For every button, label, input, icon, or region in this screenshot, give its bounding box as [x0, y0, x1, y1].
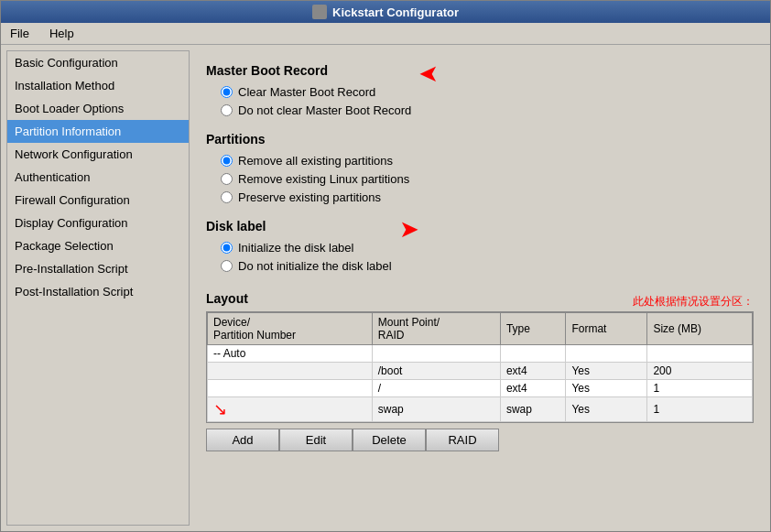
content-area: Basic Configuration Installation Method …: [1, 45, 770, 531]
partitions-title: Partitions: [206, 132, 409, 147]
cell-type-2: ext4: [500, 380, 566, 397]
label-remove-all: Remove all existing partitions: [238, 154, 393, 168]
cell-mount-2: /: [372, 380, 500, 397]
cell-size-0: [647, 345, 753, 363]
label-remove-linux: Remove existing Linux partitions: [238, 172, 409, 186]
radio-clear-mbr[interactable]: [221, 86, 233, 98]
table-row: ↘ swap swap Yes 1: [208, 397, 753, 422]
cell-mount-1: /boot: [372, 363, 500, 380]
sidebar-item-authentication[interactable]: Authentication: [7, 166, 189, 189]
table-row: / ext4 Yes 1: [208, 380, 753, 397]
sidebar-item-boot-loader-options[interactable]: Boot Loader Options: [7, 97, 189, 120]
label-init-disk: Initialize the disk label: [238, 241, 353, 255]
label-preserve: Preserve existing partitions: [238, 190, 381, 204]
sidebar-item-firewall-configuration[interactable]: Firewall Configuration: [7, 189, 189, 212]
cell-device-1: [208, 363, 373, 380]
edit-button[interactable]: Edit: [279, 429, 353, 451]
layout-section: Layout 此处根据情况设置分区： Device/Partition Numb…: [206, 291, 754, 451]
layout-title: Layout: [206, 291, 248, 306]
table-row: /boot ext4 Yes 200: [208, 363, 753, 380]
app-icon: [312, 5, 327, 19]
sidebar-item-post-installation-script[interactable]: Post-Installation Script: [7, 280, 189, 303]
cell-size-2: 1: [647, 380, 753, 397]
col-device: Device/Partition Number: [208, 313, 373, 345]
label-no-init-disk: Do not initialize the disk label: [238, 259, 392, 273]
cell-type-3: swap: [500, 397, 566, 422]
cell-type-1: ext4: [500, 363, 566, 380]
radio-init-disk[interactable]: [221, 242, 233, 254]
cell-device-3: ↘: [208, 397, 373, 422]
raid-button[interactable]: RAID: [426, 429, 499, 451]
sidebar-item-display-configuration[interactable]: Display Configuration: [7, 212, 189, 234]
main-window: Kickstart Configurator File Help Basic C…: [0, 0, 771, 532]
sidebar-item-partition-information[interactable]: Partition Information: [7, 120, 189, 143]
disk-label-group: Initialize the disk label Do not initial…: [221, 241, 392, 273]
sidebar-item-pre-installation-script[interactable]: Pre-Installation Script: [7, 257, 189, 280]
radio-row-init-disk: Initialize the disk label: [221, 241, 392, 255]
layout-table-wrapper: Device/Partition Number Mount Point/RAID…: [206, 311, 754, 423]
layout-table: Device/Partition Number Mount Point/RAID…: [207, 312, 753, 422]
menu-file[interactable]: File: [5, 25, 35, 42]
cell-format-0: [566, 345, 647, 363]
arrow-mbr: ➤: [418, 60, 439, 88]
table-header-row: Device/Partition Number Mount Point/RAID…: [208, 313, 753, 345]
partitions-group: Remove all existing partitions Remove ex…: [221, 154, 409, 204]
radio-row-preserve: Preserve existing partitions: [221, 190, 409, 204]
cell-size-1: 200: [647, 363, 753, 380]
radio-row-remove-linux: Remove existing Linux partitions: [221, 172, 409, 186]
master-boot-record-title: Master Boot Record: [206, 63, 411, 78]
layout-note: 此处根据情况设置分区：: [633, 294, 754, 309]
radio-no-init-disk[interactable]: [221, 260, 233, 272]
radio-preserve[interactable]: [221, 191, 233, 203]
radio-no-clear-mbr[interactable]: [221, 104, 233, 116]
title-bar: Kickstart Configurator: [1, 1, 770, 23]
arrow-swap: ↘: [213, 400, 227, 418]
col-format: Format: [566, 313, 647, 345]
cell-mount-0: [372, 345, 500, 363]
col-type: Type: [500, 313, 566, 345]
radio-row-no-clear-mbr: Do not clear Master Boot Record: [221, 103, 411, 117]
cell-format-1: Yes: [566, 363, 647, 380]
cell-format-3: Yes: [566, 397, 647, 422]
radio-row-no-init-disk: Do not initialize the disk label: [221, 259, 392, 273]
menu-help[interactable]: Help: [44, 25, 80, 42]
cell-size-3: 1: [647, 397, 753, 422]
cell-device-0: -- Auto: [208, 345, 373, 363]
sidebar: Basic Configuration Installation Method …: [6, 50, 190, 526]
arrow-disk-label: ➤: [399, 215, 419, 244]
label-clear-mbr: Clear Master Boot Record: [238, 85, 375, 99]
radio-remove-all[interactable]: [221, 155, 233, 167]
cell-device-2: [208, 380, 373, 397]
main-panel: Master Boot Record Clear Master Boot Rec…: [195, 50, 765, 526]
menu-bar: File Help: [1, 23, 770, 45]
sidebar-item-package-selection[interactable]: Package Selection: [7, 234, 189, 257]
label-no-clear-mbr: Do not clear Master Boot Record: [238, 103, 411, 117]
disk-label-title: Disk label: [206, 219, 392, 233]
sidebar-item-installation-method[interactable]: Installation Method: [7, 74, 189, 97]
sidebar-item-basic-configuration[interactable]: Basic Configuration: [7, 51, 189, 74]
cell-format-2: Yes: [566, 380, 647, 397]
cell-mount-3: swap: [372, 397, 500, 422]
col-mount: Mount Point/RAID: [372, 313, 500, 345]
button-bar: Add Edit Delete RAID: [206, 429, 754, 451]
window-title: Kickstart Configurator: [332, 5, 459, 19]
radio-remove-linux[interactable]: [221, 173, 233, 185]
table-row: -- Auto: [208, 345, 753, 363]
sidebar-item-network-configuration[interactable]: Network Configuration: [7, 143, 189, 166]
delete-button[interactable]: Delete: [353, 429, 426, 451]
master-boot-record-group: Clear Master Boot Record Do not clear Ma…: [221, 85, 411, 117]
col-size: Size (MB): [647, 313, 753, 345]
radio-row-clear-mbr: Clear Master Boot Record: [221, 85, 411, 99]
add-button[interactable]: Add: [206, 429, 279, 451]
radio-row-remove-all: Remove all existing partitions: [221, 154, 409, 168]
cell-type-0: [500, 345, 566, 363]
